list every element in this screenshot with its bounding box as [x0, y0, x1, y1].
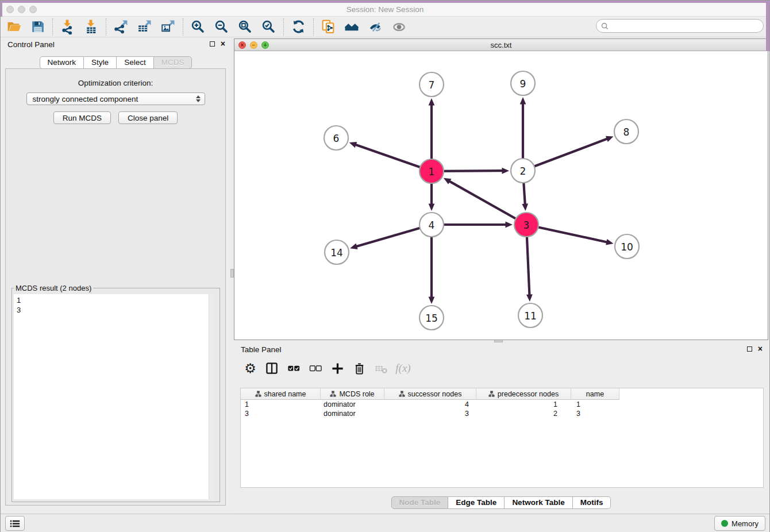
column-header-name[interactable]: name	[571, 388, 619, 400]
import-table-icon	[83, 19, 99, 34]
node-label: 7	[429, 79, 435, 91]
import-network-icon	[60, 19, 75, 34]
zoom-fit-button[interactable]	[233, 18, 257, 36]
column-header-shared-name[interactable]: shared name	[241, 388, 321, 400]
result-scrollbar[interactable]	[209, 294, 214, 499]
graph-node-14[interactable]: 14	[325, 240, 349, 264]
deselect-all-button[interactable]	[307, 360, 324, 377]
close-table-panel-icon[interactable]: ×	[758, 346, 763, 352]
graph-node-8[interactable]: 8	[614, 119, 638, 144]
hide-graphics-details-icon	[368, 19, 383, 34]
table-cell[interactable]: 2	[476, 409, 571, 418]
delete-row-button[interactable]	[351, 360, 368, 377]
zoom-in-icon	[190, 19, 206, 34]
graph-edge-4-14[interactable]	[350, 225, 432, 249]
zoom-selected-button[interactable]	[257, 18, 280, 36]
save-session-button[interactable]	[26, 18, 49, 36]
table-panel-title: Table Panel	[241, 345, 282, 354]
background-window-edge	[1, 1, 770, 3]
mcds-result-text[interactable]: 1 3	[14, 294, 209, 499]
session-title: Session: New Session	[1, 5, 769, 14]
graph-node-11[interactable]: 11	[518, 303, 542, 327]
tab-select[interactable]: Select	[117, 56, 154, 69]
graph-edge-2-8[interactable]	[523, 136, 614, 171]
tab-mcds[interactable]: MCDS	[154, 56, 192, 69]
export-image-button[interactable]	[156, 18, 180, 36]
close-panel-button[interactable]: Close panel	[118, 111, 178, 124]
graph-node-4[interactable]: 4	[419, 213, 444, 237]
column-header-predecessor-nodes[interactable]: predecessor nodes	[476, 388, 571, 400]
run-mcds-button[interactable]: Run MCDS	[53, 111, 111, 124]
table-row[interactable]: 3dominator323	[241, 409, 763, 418]
clone-network-button[interactable]	[317, 18, 340, 36]
home-view-icon	[344, 19, 360, 34]
column-layout-button[interactable]	[264, 360, 280, 377]
tab-edge-table[interactable]: Edge Table	[448, 496, 505, 509]
graph-node-1[interactable]: 1	[419, 159, 444, 183]
import-table-button[interactable]	[79, 18, 103, 36]
mcds-tab-content: Optimization criterion: strongly connect…	[5, 68, 226, 506]
column-header-label: name	[586, 390, 604, 398]
graph-node-3[interactable]: 3	[514, 213, 538, 237]
column-header-MCDS-role[interactable]: MCDS role	[321, 388, 384, 400]
tab-style[interactable]: Style	[84, 56, 117, 69]
tab-network[interactable]: Network	[40, 56, 84, 69]
open-file-button[interactable]	[2, 18, 26, 36]
background-window-edge	[1, 1, 2, 17]
node-label: 11	[524, 310, 537, 322]
table-cell[interactable]: 3	[241, 409, 321, 418]
table-cell[interactable]: 1	[241, 400, 321, 409]
edge-arrowhead-icon	[350, 244, 358, 249]
graph-edge-1-6[interactable]	[349, 142, 432, 171]
graph-edge-3-1[interactable]	[444, 178, 526, 225]
search-input[interactable]	[609, 20, 763, 32]
show-graphics-details-button[interactable]	[387, 18, 411, 36]
function-builder-icon: f(x)	[395, 362, 410, 375]
table-row[interactable]: 1dominator411	[241, 400, 763, 409]
table-cell[interactable]: 3	[384, 409, 476, 418]
settings-gear-button[interactable]: ⚙	[242, 360, 259, 377]
table-cell[interactable]: 1	[571, 400, 619, 409]
home-view-button[interactable]	[340, 18, 364, 36]
memory-button[interactable]: Memory	[714, 516, 765, 531]
export-table-button[interactable]	[133, 18, 156, 36]
zoom-in-button[interactable]	[186, 18, 210, 36]
graph-node-6[interactable]: 6	[324, 126, 348, 150]
graph-node-7[interactable]: 7	[419, 72, 444, 97]
graph-node-10[interactable]: 10	[615, 234, 639, 259]
export-network-button[interactable]	[109, 18, 133, 36]
network-window-titlebar: × − + scc.txt	[234, 39, 768, 51]
table-cell[interactable]: dominator	[321, 400, 384, 409]
delete-table-button	[373, 360, 390, 377]
tab-motifs[interactable]: Motifs	[573, 496, 611, 509]
column-header-successor-nodes[interactable]: successor nodes	[384, 388, 476, 400]
status-bar: Memory	[1, 514, 769, 532]
zoom-out-button[interactable]	[210, 18, 233, 36]
tab-network-table[interactable]: Network Table	[505, 496, 572, 509]
float-table-panel-icon[interactable]	[747, 346, 752, 352]
graph-node-2[interactable]: 2	[511, 159, 535, 183]
graph-edge-3-10[interactable]	[526, 225, 614, 245]
table-cell[interactable]: 3	[571, 409, 619, 418]
column-header-label: predecessor nodes	[498, 390, 559, 398]
open-file-icon	[6, 19, 22, 34]
select-all-button[interactable]	[286, 360, 302, 377]
table-cell[interactable]: 4	[384, 400, 476, 409]
tab-node-table[interactable]: Node Table	[391, 496, 449, 509]
float-panel-icon[interactable]	[210, 41, 215, 47]
table-cell[interactable]: dominator	[321, 409, 384, 418]
add-row-button[interactable]	[329, 360, 346, 377]
node-table: shared nameMCDS rolesuccessor nodesprede…	[240, 388, 764, 488]
optimization-criterion-select[interactable]: strongly connected component	[26, 92, 205, 105]
refresh-view-button[interactable]	[287, 18, 310, 36]
table-cell[interactable]: 1	[476, 400, 571, 409]
graph-node-15[interactable]: 15	[419, 306, 444, 330]
control-panel-title: Control Panel	[7, 40, 55, 49]
import-network-button[interactable]	[56, 18, 79, 36]
hide-graphics-details-button[interactable]	[364, 18, 387, 36]
close-panel-icon[interactable]: ×	[221, 41, 225, 47]
panel-list-button[interactable]	[5, 516, 25, 531]
network-graph: 7968124314101511	[234, 51, 768, 340]
network-canvas[interactable]: 7968124314101511	[234, 51, 768, 340]
graph-node-9[interactable]: 9	[511, 71, 535, 95]
